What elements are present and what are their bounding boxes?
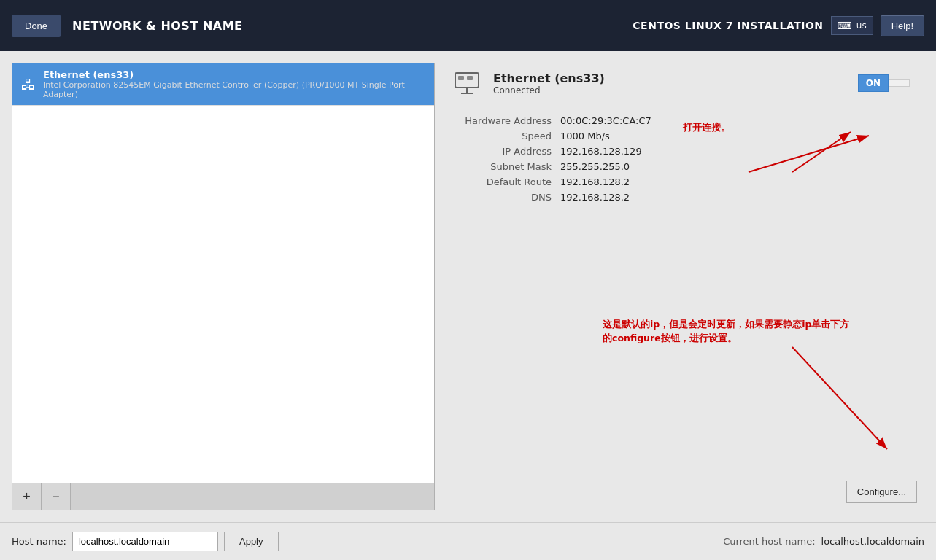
subnet-mask-label: Subnet Mask [449,161,552,172]
keyboard-icon: ⌨ [838,20,852,31]
hostname-input[interactable] [72,532,218,551]
device-status: Connected [493,85,849,96]
device-title-area: Ethernet (ens33) Connected [493,71,849,96]
network-item-info: Ethernet (ens33) Intel Corporation 82545… [43,69,425,99]
toggle-off[interactable] [889,79,910,87]
dns-label: DNS [449,192,552,203]
content-area: 🖧 Ethernet (ens33) Intel Corporation 825… [0,51,936,522]
default-route-value: 192.168.128.2 [560,176,910,187]
speed-label: Speed [449,131,552,141]
speed-value: 1000 Mb/s [560,131,910,141]
ip-annotation: 这是默认的ip，但是会定时更新，如果需要静态ip单击下方的configure按钮… [603,318,849,346]
toggle-on[interactable]: ON [858,74,889,92]
network-list-body: 🖧 Ethernet (ens33) Intel Corporation 825… [12,63,434,370]
help-button[interactable]: Help! [881,15,924,36]
page-title: NETWORK & HOST NAME [72,19,242,33]
current-hostname-value: localhost.localdomain [821,536,924,547]
ethernet-icon: 🖧 [21,76,36,93]
hardware-address-value: 00:0C:29:3C:CA:C7 [560,115,910,126]
hostname-label: Host name: [12,536,66,547]
hardware-address-label: Hardware Address [449,115,552,126]
done-button[interactable]: Done [12,15,61,37]
main-content: 🖧 Ethernet (ens33) Intel Corporation 825… [0,51,936,560]
svg-rect-1 [458,76,464,80]
hostname-area: Host name: Apply [12,532,279,551]
left-panel: 🖧 Ethernet (ens33) Intel Corporation 825… [12,63,435,510]
network-item-name: Ethernet (ens33) [43,69,425,80]
keyboard-selector[interactable]: ⌨ us [831,16,873,35]
remove-network-button[interactable]: − [42,483,71,510]
ip-address-value: 192.168.128.129 [560,146,910,157]
device-icon [449,63,484,104]
network-details: Hardware Address 00:0C:29:3C:CA:C7 Speed… [449,115,910,203]
header-right: CENTOS LINUX 7 INSTALLATION ⌨ us Help! [633,15,924,36]
device-header: Ethernet (ens33) Connected ON [449,63,910,104]
ip-address-label: IP Address [449,146,552,157]
bottom-bar: Host name: Apply Current host name: loca… [0,522,936,560]
device-name: Ethernet (ens33) [493,71,849,85]
configure-button[interactable]: Configure... [846,481,917,503]
list-controls: + − [12,483,435,510]
right-panel: Ethernet (ens33) Connected ON Hardware A… [435,63,924,510]
network-item-desc: Intel Corporation 82545EM Gigabit Ethern… [43,80,425,99]
svg-line-8 [792,347,887,449]
subnet-mask-value: 255.255.255.0 [560,161,910,172]
current-hostname-label: Current host name: [723,536,815,547]
ethernet-device-icon [449,63,484,98]
dns-value: 192.168.128.2 [560,192,910,203]
keyboard-lang: us [856,20,867,31]
svg-rect-2 [467,76,473,80]
toggle-switch[interactable]: ON [858,74,910,92]
header: Done NETWORK & HOST NAME CENTOS LINUX 7 … [0,0,936,51]
current-hostname-area: Current host name: localhost.localdomain [723,536,924,547]
header-left: Done NETWORK & HOST NAME [12,15,243,37]
svg-rect-0 [455,73,479,88]
network-list: 🖧 Ethernet (ens33) Intel Corporation 825… [12,63,435,483]
default-route-label: Default Route [449,176,552,187]
add-network-button[interactable]: + [12,483,42,510]
centos-title: CENTOS LINUX 7 INSTALLATION [633,20,823,31]
apply-button[interactable]: Apply [224,532,279,551]
network-item[interactable]: 🖧 Ethernet (ens33) Intel Corporation 825… [12,63,434,106]
